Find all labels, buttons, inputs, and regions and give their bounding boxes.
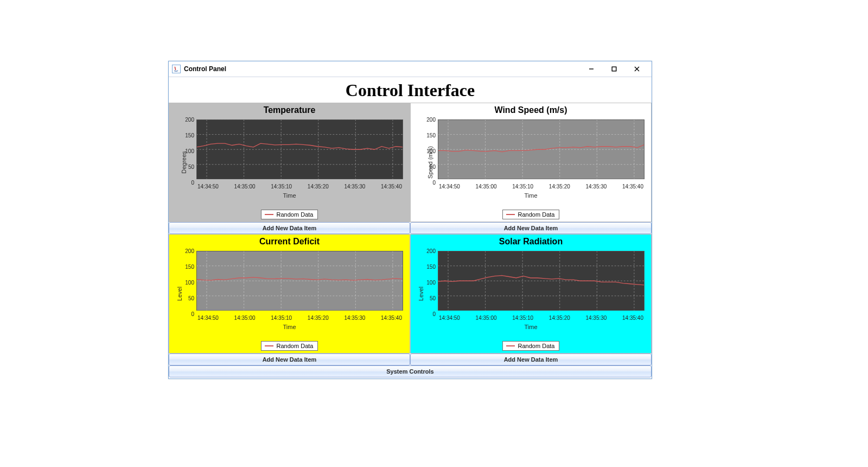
titlebar: Control Panel bbox=[169, 61, 652, 77]
legend-swatch-icon bbox=[265, 345, 273, 346]
svg-rect-0 bbox=[173, 65, 181, 73]
chart-xlabel: Time bbox=[411, 324, 651, 330]
system-controls-button[interactable]: System Controls bbox=[169, 365, 652, 377]
plot-area bbox=[438, 119, 644, 182]
chart-legend: Random Data bbox=[502, 341, 560, 351]
button-cell: Add New Data Item bbox=[410, 222, 652, 234]
legend-label: Random Data bbox=[518, 343, 555, 349]
chart-grid: Temperature Degrees 050100150200 14:34:5… bbox=[169, 103, 652, 378]
legend-swatch-icon bbox=[506, 345, 515, 346]
chart-svg bbox=[438, 251, 644, 311]
xtick-label: 14:35:10 bbox=[512, 315, 533, 321]
xtick-label: 14:35:30 bbox=[585, 184, 607, 190]
button-cell: Add New Data Item bbox=[169, 354, 410, 365]
system-controls-row: System Controls bbox=[169, 365, 652, 378]
ytick-label: 150 bbox=[420, 264, 436, 270]
xtick-label: 14:34:50 bbox=[439, 315, 460, 321]
legend-label: Random Data bbox=[277, 211, 314, 218]
plot-area bbox=[196, 251, 403, 314]
ytick-label: 200 bbox=[420, 117, 436, 123]
ytick-label: 0 bbox=[179, 180, 194, 186]
legend-swatch-icon bbox=[265, 214, 273, 215]
window-minimize-button[interactable] bbox=[580, 61, 603, 77]
xtick-label: 14:35:10 bbox=[512, 184, 533, 190]
chart-svg bbox=[196, 119, 403, 179]
xtick-label: 14:34:50 bbox=[197, 315, 219, 321]
xtick-label: 14:35:10 bbox=[271, 315, 292, 321]
legend-label: Random Data bbox=[277, 343, 314, 349]
chart-yticks: 050100150200 bbox=[420, 118, 437, 184]
chart-svg bbox=[438, 119, 644, 179]
xtick-label: 14:35:00 bbox=[234, 315, 256, 321]
chart-title: Wind Speed (m/s) bbox=[411, 103, 651, 116]
xtick-label: 14:34:50 bbox=[197, 184, 219, 190]
xtick-label: 14:35:40 bbox=[622, 315, 643, 321]
chart-svg bbox=[196, 251, 403, 311]
ytick-label: 0 bbox=[420, 311, 436, 317]
add-data-button-wind[interactable]: Add New Data Item bbox=[410, 222, 652, 234]
add-data-button-solar[interactable]: Add New Data Item bbox=[410, 354, 652, 365]
ytick-label: 50 bbox=[179, 295, 194, 301]
ytick-label: 50 bbox=[420, 164, 436, 170]
legend-label: Random Data bbox=[518, 211, 555, 218]
xtick-label: 14:35:40 bbox=[381, 315, 402, 321]
svg-rect-2 bbox=[612, 67, 616, 71]
ytick-label: 100 bbox=[420, 280, 436, 286]
window-maximize-button[interactable] bbox=[603, 61, 626, 77]
chart-panel-current-deficit: Current Deficit Level 050100150200 14:34… bbox=[169, 234, 410, 354]
content-area: Control Interface Temperature Degrees 05… bbox=[169, 80, 652, 378]
button-cell: Add New Data Item bbox=[410, 354, 652, 365]
ytick-label: 150 bbox=[420, 132, 436, 138]
ytick-label: 100 bbox=[179, 148, 194, 154]
ytick-label: 150 bbox=[179, 264, 194, 270]
chart-title: Current Deficit bbox=[169, 235, 410, 248]
chart-panel-solar-radiation: Solar Radiation Level 050100150200 14:34… bbox=[410, 234, 652, 354]
ytick-label: 0 bbox=[179, 311, 194, 317]
chart-xlabel: Time bbox=[169, 192, 410, 199]
xtick-label: 14:35:20 bbox=[549, 184, 570, 190]
chart-yticks: 050100150200 bbox=[420, 250, 437, 315]
xtick-label: 14:35:30 bbox=[344, 184, 365, 190]
chart-legend: Random Data bbox=[261, 210, 318, 219]
chart-yticks: 050100150200 bbox=[179, 118, 195, 184]
xtick-label: 14:35:30 bbox=[344, 315, 365, 321]
chart-xlabel: Time bbox=[411, 192, 651, 199]
legend-swatch-icon bbox=[506, 214, 515, 215]
chart-xticks: 14:34:5014:35:0014:35:1014:35:2014:35:30… bbox=[196, 315, 403, 321]
ytick-label: 200 bbox=[420, 248, 436, 254]
plot-area bbox=[196, 119, 403, 182]
chart-xticks: 14:34:5014:35:0014:35:1014:35:2014:35:30… bbox=[438, 315, 644, 321]
chart-panel-temperature: Temperature Degrees 050100150200 14:34:5… bbox=[169, 103, 410, 222]
app-window: Control Panel Control Interface Temperat… bbox=[168, 61, 652, 379]
window-title: Control Panel bbox=[184, 65, 226, 73]
ytick-label: 50 bbox=[420, 295, 436, 301]
ytick-label: 150 bbox=[179, 132, 194, 138]
xtick-label: 14:35:20 bbox=[549, 315, 570, 321]
add-data-button-temperature[interactable]: Add New Data Item bbox=[169, 222, 410, 234]
chart-xticks: 14:34:5014:35:0014:35:1014:35:2014:35:30… bbox=[196, 184, 403, 190]
page-title: Control Interface bbox=[169, 80, 652, 100]
xtick-label: 14:35:40 bbox=[622, 184, 643, 190]
plot-area bbox=[438, 251, 644, 314]
xtick-label: 14:35:20 bbox=[308, 184, 329, 190]
ytick-label: 200 bbox=[179, 117, 194, 123]
xtick-label: 14:35:00 bbox=[234, 184, 256, 190]
window-close-button[interactable] bbox=[626, 61, 648, 77]
add-data-button-deficit[interactable]: Add New Data Item bbox=[169, 354, 410, 365]
ytick-label: 100 bbox=[179, 280, 194, 286]
xtick-label: 14:35:10 bbox=[271, 184, 292, 190]
chart-yticks: 050100150200 bbox=[179, 250, 195, 315]
java-icon bbox=[172, 65, 181, 73]
chart-title: Temperature bbox=[169, 103, 410, 116]
xtick-label: 14:35:20 bbox=[308, 315, 329, 321]
chart-legend: Random Data bbox=[502, 210, 560, 219]
ytick-label: 0 bbox=[420, 180, 436, 186]
chart-panel-wind-speed: Wind Speed (m/s) Speed (m/s) 05010015020… bbox=[410, 103, 652, 222]
button-cell: Add New Data Item bbox=[169, 222, 410, 234]
ytick-label: 200 bbox=[179, 248, 194, 254]
chart-title: Solar Radiation bbox=[411, 235, 651, 248]
chart-xticks: 14:34:5014:35:0014:35:1014:35:2014:35:30… bbox=[438, 184, 644, 190]
ytick-label: 50 bbox=[179, 164, 194, 170]
xtick-label: 14:34:50 bbox=[439, 184, 460, 190]
xtick-label: 14:35:00 bbox=[476, 315, 497, 321]
